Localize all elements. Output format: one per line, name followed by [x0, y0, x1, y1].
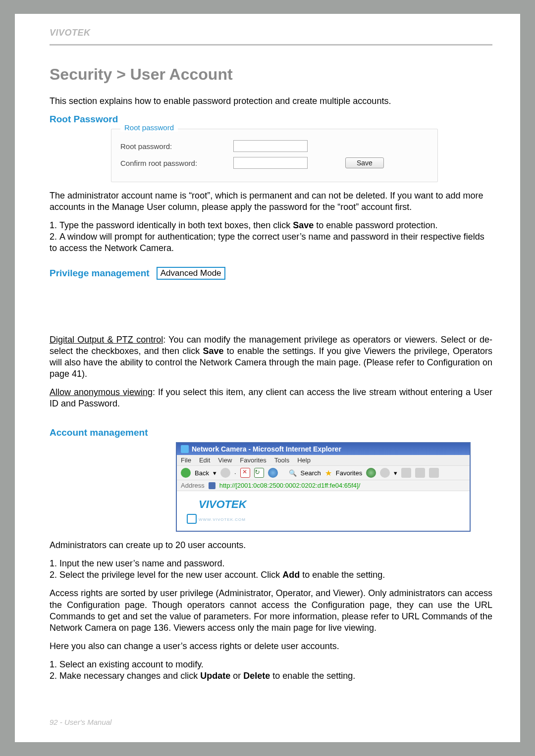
root-password-input[interactable] — [233, 140, 308, 152]
panel-legend: Root password — [120, 123, 178, 132]
logo-sub: WWW.VIVOTEK.COM — [199, 517, 246, 522]
refresh-icon[interactable]: ↻ — [254, 468, 264, 478]
favorites-label[interactable]: Favorites — [336, 469, 362, 477]
admin-step-2: 2.A window will prompt for authenticatio… — [50, 231, 492, 254]
acct-step-2: 2.Select the privilege level for the new… — [50, 569, 492, 581]
acct-steps: 1.Input the new user’s name and password… — [50, 558, 492, 581]
change-intro: Here you also can change a user’s access… — [50, 641, 492, 652]
edit-icon[interactable] — [429, 468, 439, 478]
ie-menu-file[interactable]: File — [181, 456, 191, 464]
ie-toolbar: Back ▾ · ↻ 🔍 Search ★ Favorites ▾ — [177, 466, 470, 480]
change-step-1: 1.Select an existing account to modify. — [50, 659, 492, 670]
ie-address-bar: Address http://[2001:0c08:2500:0002:0202… — [177, 480, 470, 491]
ie-window: Network Camera - Microsoft Internet Expl… — [176, 442, 471, 532]
ie-menu-favorites[interactable]: Favorites — [240, 456, 266, 464]
stop-icon[interactable] — [240, 468, 250, 478]
account-management-row: Account management — [50, 426, 492, 442]
back-icon[interactable] — [181, 468, 191, 478]
home-icon[interactable] — [268, 468, 278, 478]
digital-output-paragraph: Digital Output & PTZ control: You can mo… — [50, 334, 492, 380]
root-password-heading: Root Password — [50, 114, 492, 125]
page-title: Security > User Account — [50, 65, 492, 84]
confirm-password-row: Confirm root password: Save — [120, 157, 428, 169]
document-page: VIVOTEK Security > User Account This sec… — [15, 14, 520, 742]
ie-menu-bar: File Edit View Favorites Tools Help — [177, 455, 470, 466]
ie-body: VIVOTEK WWW.VIVOTEK.COM — [177, 491, 470, 531]
root-password-row: Root password: — [120, 140, 428, 152]
confirm-password-label: Confirm root password: — [120, 159, 224, 167]
acct-intro: Administrators can create up to 20 user … — [50, 540, 492, 551]
save-button[interactable]: Save — [345, 157, 384, 168]
admin-paragraph: The administrator account name is “root”… — [50, 190, 492, 213]
intro-text: This section explains how to enable pass… — [50, 96, 492, 107]
footer: 92 - User's Manual — [50, 718, 111, 726]
privilege-heading: Privilege management — [50, 268, 150, 279]
ie-title-text: Network Camera - Microsoft Internet Expl… — [192, 445, 341, 453]
address-label: Address — [181, 482, 205, 489]
ie-menu-tools[interactable]: Tools — [274, 456, 289, 464]
advanced-mode-badge: Advanced Mode — [157, 267, 225, 280]
favorites-icon[interactable]: ★ — [325, 468, 332, 478]
anonymous-paragraph: Allow anonymous viewing: If you select t… — [50, 387, 492, 409]
change-step-2: 2.Make necessary changes and click Updat… — [50, 670, 492, 682]
mail-icon[interactable] — [401, 468, 411, 478]
url-text[interactable]: http://[2001:0c08:2500:0002:0202:d1ff:fe… — [219, 482, 361, 489]
access-rights-paragraph: Access rights are sorted by user privile… — [50, 588, 492, 633]
root-password-panel: Root password Root password: Confirm roo… — [111, 129, 438, 182]
logo-text: VIVOTEK — [199, 498, 247, 510]
admin-steps: 1.Type the password identically in both … — [50, 220, 492, 254]
change-steps: 1.Select an existing account to modify. … — [50, 659, 492, 682]
ie-menu-help[interactable]: Help — [297, 456, 311, 464]
acct-step-1: 1.Input the new user’s name and password… — [50, 558, 492, 569]
history-icon[interactable] — [380, 468, 390, 478]
ie-title-bar: Network Camera - Microsoft Internet Expl… — [177, 443, 470, 455]
ie-menu-view[interactable]: View — [218, 456, 232, 464]
admin-step-1: 1.Type the password identically in both … — [50, 220, 492, 231]
media-icon[interactable] — [366, 468, 376, 478]
search-icon[interactable]: 🔍 — [289, 469, 297, 477]
back-label[interactable]: Back — [195, 469, 209, 477]
confirm-password-input[interactable] — [233, 157, 308, 169]
brand: VIVOTEK — [50, 28, 91, 38]
root-password-label: Root password: — [120, 142, 224, 151]
logo-mark-icon — [187, 514, 197, 524]
page-icon — [209, 482, 215, 489]
privilege-row: Privilege management Advanced Mode — [50, 267, 492, 280]
ie-icon — [181, 445, 189, 453]
vivotek-logo: VIVOTEK WWW.VIVOTEK.COM — [187, 498, 460, 524]
forward-icon[interactable] — [220, 468, 230, 478]
account-heading: Account management — [50, 427, 148, 438]
ie-menu-edit[interactable]: Edit — [199, 456, 210, 464]
anon-lead: Allow anonymous viewing — [50, 387, 153, 397]
digital-output-lead: Digital Output & PTZ control — [50, 335, 163, 345]
print-icon[interactable] — [415, 468, 425, 478]
header-band: VIVOTEK — [50, 20, 492, 46]
search-label[interactable]: Search — [301, 469, 321, 477]
